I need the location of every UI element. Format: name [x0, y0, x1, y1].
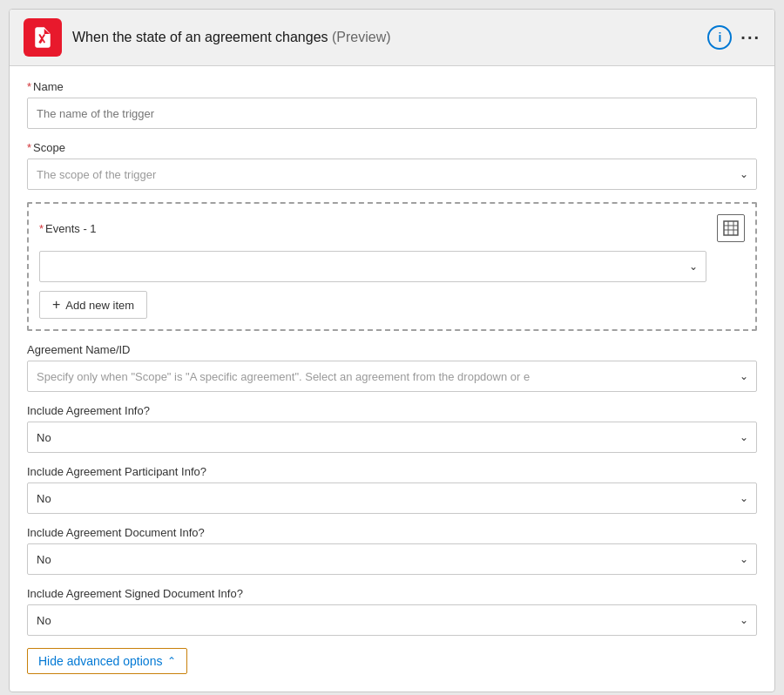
include-agreement-info-label: Include Agreement Info?	[27, 404, 757, 417]
content: * Name * Scope The scope of the trigger …	[10, 66, 774, 692]
agreement-name-id-label: Agreement Name/ID	[27, 343, 757, 356]
include-agreement-info-field-group: Include Agreement Info? No ⌄	[27, 404, 757, 453]
table-icon	[723, 220, 739, 236]
include-agreement-participant-info-field-group: Include Agreement Participant Info? No ⌄	[27, 465, 757, 514]
events-header: * Events - 1	[39, 214, 745, 242]
agreement-name-id-select-wrapper: Specify only when "Scope" is "A specific…	[27, 361, 757, 392]
header: When the state of an agreement changes (…	[10, 10, 774, 66]
events-label: * Events - 1	[39, 222, 97, 235]
events-row: ⌄	[39, 251, 745, 282]
scope-select[interactable]: The scope of the trigger	[27, 159, 757, 190]
include-agreement-participant-info-select-wrapper: No ⌄	[27, 482, 757, 514]
chevron-up-icon: ⌃	[167, 655, 176, 667]
include-agreement-signed-document-info-select[interactable]: No	[27, 604, 757, 636]
include-agreement-signed-document-info-select-wrapper: No ⌄	[27, 604, 757, 636]
info-button[interactable]: i	[707, 25, 732, 50]
scope-field-group: * Scope The scope of the trigger ⌄	[27, 141, 757, 190]
add-new-item-button[interactable]: + Add new item	[39, 291, 147, 319]
hide-advanced-label: Hide advanced options	[38, 654, 162, 668]
app-icon	[24, 18, 62, 57]
events-table-icon-button[interactable]	[717, 214, 745, 242]
title-text: When the state of an agreement changes	[72, 30, 328, 44]
more-button[interactable]: ···	[740, 28, 760, 48]
name-label: * Name	[27, 80, 757, 93]
include-agreement-participant-info-label: Include Agreement Participant Info?	[27, 465, 757, 478]
footer: Hide advanced options ⌃	[27, 648, 757, 674]
header-title: When the state of an agreement changes (…	[72, 30, 391, 45]
events-container: * Events - 1	[27, 202, 757, 331]
header-left: When the state of an agreement changes (…	[24, 18, 391, 57]
adobe-icon	[30, 25, 55, 50]
agreement-name-id-select[interactable]: Specify only when "Scope" is "A specific…	[27, 361, 757, 392]
include-agreement-participant-info-select[interactable]: No	[27, 482, 757, 514]
svg-rect-0	[724, 221, 738, 235]
include-agreement-info-select-wrapper: No ⌄	[27, 422, 757, 453]
include-agreement-document-info-select[interactable]: No	[27, 543, 757, 575]
include-agreement-signed-document-info-field-group: Include Agreement Signed Document Info? …	[27, 587, 757, 636]
name-input[interactable]	[27, 98, 757, 129]
card: When the state of an agreement changes (…	[9, 9, 775, 692]
events-select-wrapper: ⌄	[39, 251, 706, 282]
include-agreement-signed-document-info-label: Include Agreement Signed Document Info?	[27, 587, 757, 600]
header-actions: i ···	[707, 25, 760, 50]
scope-select-wrapper: The scope of the trigger ⌄	[27, 159, 757, 190]
include-agreement-document-info-field-group: Include Agreement Document Info? No ⌄	[27, 526, 757, 575]
name-field-group: * Name	[27, 80, 757, 129]
scope-label: * Scope	[27, 141, 757, 154]
plus-icon: +	[52, 297, 60, 313]
events-select[interactable]	[39, 251, 706, 282]
agreement-name-id-field-group: Agreement Name/ID Specify only when "Sco…	[27, 343, 757, 392]
include-agreement-info-select[interactable]: No	[27, 422, 757, 453]
hide-advanced-options-link[interactable]: Hide advanced options ⌃	[27, 648, 187, 674]
include-agreement-document-info-label: Include Agreement Document Info?	[27, 526, 757, 539]
add-new-label: Add new item	[65, 299, 134, 312]
include-agreement-document-info-select-wrapper: No ⌄	[27, 543, 757, 575]
preview-label: (Preview)	[332, 30, 391, 44]
